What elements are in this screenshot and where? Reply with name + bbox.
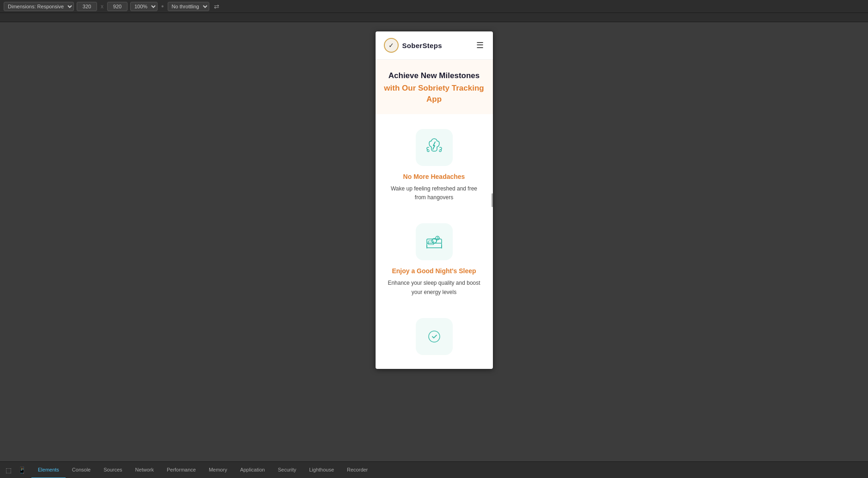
throttle-select[interactable]: No throttling <box>168 2 209 11</box>
features-section: No More Headaches Wake up feeling refres… <box>376 114 493 369</box>
tab-lighthouse[interactable]: Lighthouse <box>303 462 340 478</box>
app-header: ✓ SoberSteps ☰ <box>376 31 493 60</box>
partial-feature-icon <box>424 326 444 347</box>
sleep-desc: Enhance your sleep quality and boost you… <box>387 279 482 296</box>
inspect-element-button[interactable]: ⬚ <box>4 465 13 476</box>
zoom-select[interactable]: 100% <box>130 2 158 11</box>
sleep-icon-box <box>416 223 453 260</box>
devtools-tabs-bar: ⬚ 📱 Elements Console Sources Network Per… <box>0 461 868 478</box>
hero-title-black: Achieve New Milestones <box>384 71 485 81</box>
device-toolbar-button[interactable]: 📱 <box>16 465 28 476</box>
logo-check-icon: ✓ <box>388 42 394 49</box>
tab-application[interactable]: Application <box>234 462 272 478</box>
tab-security[interactable]: Security <box>271 462 303 478</box>
headaches-title: No More Headaches <box>387 172 482 181</box>
sleep-icon <box>423 232 445 252</box>
app-name-label: SoberSteps <box>402 42 442 49</box>
tab-elements[interactable]: Elements <box>31 462 66 478</box>
svg-rect-3 <box>427 243 442 248</box>
partial-icon-box <box>416 318 453 355</box>
feature-card-headaches: No More Headaches Wake up feeling refres… <box>382 122 486 212</box>
dimension-select[interactable]: Dimensions: Responsive <box>4 2 74 11</box>
tab-memory[interactable]: Memory <box>202 462 234 478</box>
main-preview-area: ✓ SoberSteps ☰ Achieve New Milestones wi… <box>0 22 868 461</box>
height-input[interactable] <box>107 2 127 11</box>
feature-card-sleep: Enjoy a Good Night's Sleep Enhance your … <box>382 216 486 306</box>
hero-title-orange: with Our Sobriety Tracking App <box>384 83 485 105</box>
menu-button[interactable]: ☰ <box>475 39 485 51</box>
devtools-toolbar: Dimensions: Responsive x 100% • No throt… <box>0 0 868 13</box>
logo-icon: ✓ <box>384 38 399 53</box>
scroll-indicator <box>492 193 493 207</box>
tab-recorder[interactable]: Recorder <box>340 462 374 478</box>
sleep-title: Enjoy a Good Night's Sleep <box>387 267 482 275</box>
svg-point-5 <box>429 331 440 342</box>
tab-console[interactable]: Console <box>66 462 97 478</box>
tab-network[interactable]: Network <box>129 462 160 478</box>
width-input[interactable] <box>77 2 97 11</box>
headaches-desc: Wake up feeling refreshed and free from … <box>387 184 482 202</box>
headaches-icon-box <box>416 129 453 166</box>
tab-performance[interactable]: Performance <box>160 462 202 478</box>
hero-section: Achieve New Milestones with Our Sobriety… <box>376 60 493 114</box>
dimension-separator: x <box>101 3 103 10</box>
devtools-icon-group: ⬚ 📱 <box>4 465 28 476</box>
app-logo: ✓ SoberSteps <box>384 38 442 53</box>
feature-card-partial <box>382 311 486 366</box>
ruler-bar <box>0 13 868 22</box>
rotate-button[interactable]: ⇄ <box>212 2 221 11</box>
mobile-preview-frame: ✓ SoberSteps ☰ Achieve New Milestones wi… <box>376 31 493 369</box>
tab-sources[interactable]: Sources <box>97 462 128 478</box>
headaches-icon <box>424 137 444 158</box>
